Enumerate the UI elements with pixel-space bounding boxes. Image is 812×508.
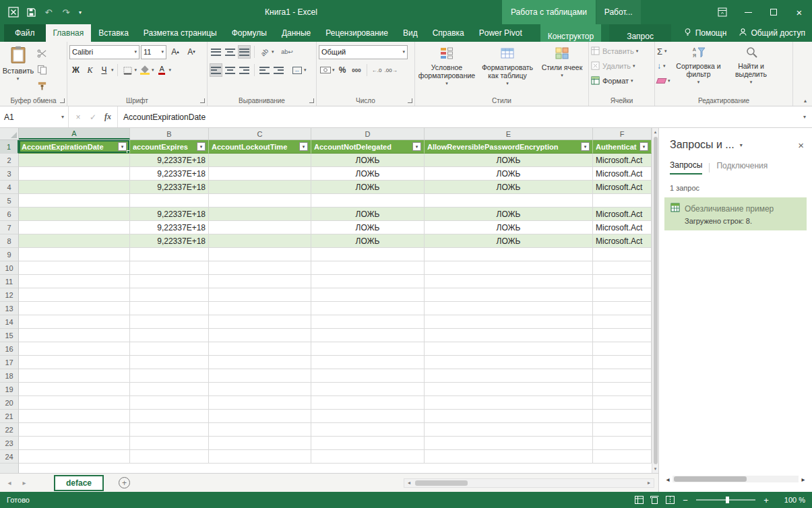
cell-D23[interactable] <box>311 437 425 450</box>
cell-B3[interactable]: 9,22337E+18 <box>130 167 209 181</box>
font-name-select[interactable]: Calibri▾ <box>69 45 139 59</box>
cell-E14[interactable] <box>425 315 593 329</box>
increase-font-size-button[interactable]: А▴ <box>168 45 183 59</box>
align-top-button[interactable] <box>210 45 222 59</box>
cell-F4[interactable]: Microsoft.Act <box>593 181 652 194</box>
cell-D6[interactable]: ЛОЖЬ <box>311 208 425 221</box>
cell-C18[interactable] <box>209 369 311 383</box>
number-format-select[interactable]: Общий▾ <box>319 45 408 59</box>
font-color-button[interactable]: А <box>156 63 168 77</box>
cell-B18[interactable] <box>130 369 209 383</box>
ribbon-tab-home[interactable]: Главная <box>46 24 92 42</box>
row-header-11[interactable]: 11 <box>0 275 19 288</box>
row-header-20[interactable]: 20 <box>0 396 19 410</box>
cell-F6[interactable]: Microsoft.Act <box>593 208 652 221</box>
cell-B23[interactable] <box>130 437 209 450</box>
tab-connections[interactable]: Подключения <box>716 161 768 174</box>
chevron-down-icon[interactable]: ▾ <box>61 114 64 120</box>
cell-F22[interactable] <box>593 423 652 437</box>
align-bottom-button[interactable] <box>238 45 251 59</box>
cell-F20[interactable] <box>593 396 652 410</box>
cell-B10[interactable] <box>130 261 209 275</box>
cell-A23[interactable] <box>19 437 130 450</box>
cell-C23[interactable] <box>209 437 311 450</box>
insert-function-button[interactable]: fx <box>101 110 115 125</box>
cell-F16[interactable] <box>593 342 652 356</box>
cell-F23[interactable] <box>593 437 652 450</box>
cell-D21[interactable] <box>311 410 425 423</box>
decrease-font-size-button[interactable]: А▾ <box>184 45 199 59</box>
sheet-nav-left-icon[interactable]: ◂ <box>4 479 15 486</box>
percent-style-button[interactable]: % <box>336 63 349 77</box>
scroll-left-icon[interactable]: ◂ <box>404 480 414 486</box>
tell-me-button[interactable]: Помощн <box>683 28 727 38</box>
ribbon-tab-page-layout[interactable]: Разметка страницы <box>136 24 224 42</box>
cell-C11[interactable] <box>209 275 311 288</box>
cell-F10[interactable] <box>593 261 652 275</box>
dialog-launcher-icon[interactable] <box>309 98 314 103</box>
cell-E18[interactable] <box>425 369 593 383</box>
cell-E13[interactable] <box>425 302 593 315</box>
cell-B17[interactable] <box>130 356 209 369</box>
filter-button-A[interactable]: ▾ <box>118 142 127 151</box>
cell-B4[interactable]: 9,22337E+18 <box>130 181 209 194</box>
cell-C3[interactable] <box>209 167 311 181</box>
cell-B21[interactable] <box>130 410 209 423</box>
ribbon-tab-insert[interactable]: Вставка <box>91 24 136 42</box>
italic-button[interactable]: К <box>84 63 96 77</box>
cell-E2[interactable]: ЛОЖЬ <box>425 154 593 167</box>
cell-C5[interactable] <box>209 194 311 208</box>
cell-A17[interactable] <box>19 356 130 369</box>
cell-D1[interactable]: AccountNotDelegated▾ <box>311 140 425 154</box>
cell-E9[interactable] <box>425 248 593 261</box>
cell-A21[interactable] <box>19 410 130 423</box>
row-header-6[interactable]: 6 <box>0 208 19 221</box>
cell-F14[interactable] <box>593 315 652 329</box>
scrollbar-track[interactable] <box>673 476 799 482</box>
cell-B9[interactable] <box>130 248 209 261</box>
cell-E5[interactable] <box>425 194 593 208</box>
increase-decimal-button[interactable]: ←.0 <box>371 63 383 77</box>
underline-button[interactable]: Ч <box>98 63 111 77</box>
undo-button[interactable]: ↶ <box>40 3 57 22</box>
sheet-nav-right-icon[interactable]: ▸ <box>19 479 30 486</box>
redo-button[interactable]: ↷ <box>58 3 74 22</box>
row-header-10[interactable]: 10 <box>0 261 19 275</box>
cell-B13[interactable] <box>130 302 209 315</box>
filter-button-C[interactable]: ▾ <box>299 142 308 151</box>
cell-A14[interactable] <box>19 315 130 329</box>
cell-C4[interactable] <box>209 181 311 194</box>
scroll-down-icon[interactable]: ▾ <box>654 465 657 473</box>
cell-B12[interactable] <box>130 288 209 302</box>
cell-D22[interactable] <box>311 423 425 437</box>
delete-cells-button[interactable]: Удалить ▾ <box>591 59 635 73</box>
cell-A11[interactable] <box>19 275 130 288</box>
ribbon-tab-power-pivot[interactable]: Power Pivot <box>472 24 530 42</box>
conditional-formatting-button[interactable]: Условное форматирование ▾ <box>417 44 476 86</box>
cell-E17[interactable] <box>425 356 593 369</box>
cell-C14[interactable] <box>209 315 311 329</box>
cell-B16[interactable] <box>130 342 209 356</box>
vertical-scrollbar[interactable]: ▴ ▾ <box>652 128 658 473</box>
row-header-15[interactable]: 15 <box>0 329 19 342</box>
page-layout-view-button[interactable] <box>650 496 659 504</box>
cell-A3[interactable] <box>19 167 130 181</box>
cell-C6[interactable] <box>209 208 311 221</box>
cell-D3[interactable]: ЛОЖЬ <box>311 167 425 181</box>
cell-E10[interactable] <box>425 261 593 275</box>
cell-A12[interactable] <box>19 288 130 302</box>
cell-F5[interactable] <box>593 194 652 208</box>
cell-A10[interactable] <box>19 261 130 275</box>
ribbon-tab-review[interactable]: Рецензирование <box>318 24 396 42</box>
cell-D19[interactable] <box>311 383 425 396</box>
cell-B5[interactable] <box>130 194 209 208</box>
cell-C12[interactable] <box>209 288 311 302</box>
cell-C15[interactable] <box>209 329 311 342</box>
ribbon-tab-file[interactable]: Файл <box>4 24 46 42</box>
tab-queries[interactable]: Запросы <box>670 160 702 174</box>
cell-B2[interactable]: 9,22337E+18 <box>130 154 209 167</box>
scroll-right-icon[interactable]: ▸ <box>799 476 808 483</box>
row-header-17[interactable]: 17 <box>0 356 19 369</box>
row-header-19[interactable]: 19 <box>0 383 19 396</box>
cell-D12[interactable] <box>311 288 425 302</box>
